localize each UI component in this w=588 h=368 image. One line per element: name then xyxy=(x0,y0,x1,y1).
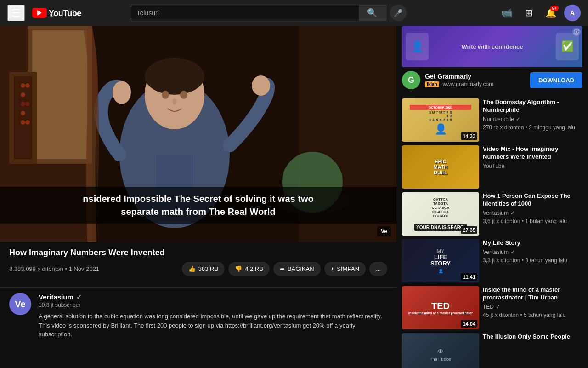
rec-video-doomsday[interactable]: OCTOBER 2021 SMTWTFS 12 3456789 👤 14.33 … xyxy=(402,98,582,142)
svg-point-16 xyxy=(180,91,187,99)
verified-dna: ✓ xyxy=(510,210,515,216)
svg-point-23 xyxy=(21,83,25,88)
save-button[interactable]: + SIMPAN xyxy=(324,262,366,276)
save-label: SIMPAN xyxy=(337,265,359,272)
channel-subscribers: 10,8 jt subscriber xyxy=(39,302,387,308)
channel-name: Veritasium xyxy=(39,293,74,301)
rec-info-mylife: My Life Story Veritasium ✓ 3,3 jt x dito… xyxy=(483,239,582,282)
rec-video-dna[interactable]: GATTCATAGGTACCTASCACGAT CACGGATC YOUR DN… xyxy=(402,192,582,236)
ad-url-row: Iklan www.grammarly.com xyxy=(425,80,493,87)
thumbs-down-icon: 👎 xyxy=(235,265,242,272)
ad-badge: Iklan xyxy=(425,81,439,87)
mic-icon: 🎤 xyxy=(394,9,403,17)
video-thumbnail: nsidered Impossible The Secret of solvin… xyxy=(0,26,396,242)
youtube-logo[interactable]: YouTube ID xyxy=(32,8,81,18)
create-button[interactable]: 📹 xyxy=(498,4,516,22)
video-title: How Imaginary Numbers Were Invented xyxy=(9,247,387,258)
dislike-button[interactable]: 👎 4,2 RB xyxy=(228,262,270,276)
mic-button[interactable]: 🎤 xyxy=(390,5,407,21)
rec-video-imaginary[interactable]: EPICMATHDUEL Video Mix - How Imaginary N… xyxy=(402,145,582,189)
verified-mylife: ✓ xyxy=(510,249,515,255)
download-button[interactable]: DOWNLOAD xyxy=(530,72,582,88)
svg-point-24 xyxy=(25,83,30,88)
hamburger-button[interactable] xyxy=(7,5,25,21)
rec-channel-doomsday: Numberphile ✓ xyxy=(483,116,582,122)
rec-info-dna: How 1 Person Can Expose The Identities o… xyxy=(483,192,582,236)
avatar-button[interactable]: A xyxy=(564,5,581,21)
more-button[interactable]: ... xyxy=(369,262,387,276)
verified-badge: ✓ xyxy=(76,293,82,301)
rec-meta-doomsday: 270 rb x ditonton • 2 minggu yang lalu xyxy=(483,124,582,131)
video-watermark: Ve xyxy=(377,226,391,236)
verified-tim: ✓ xyxy=(496,304,500,310)
svg-point-25 xyxy=(21,92,25,97)
rec-title-mylife: My Life Story xyxy=(483,239,582,247)
video-player[interactable]: nsidered Impossible The Secret of solvin… xyxy=(0,26,396,242)
main-content: nsidered Impossible The Secret of solvin… xyxy=(0,26,588,368)
youtube-logo-icon xyxy=(32,8,47,18)
rec-thumbnail-doomsday: OCTOBER 2021 SMTWTFS 12 3456789 👤 14.33 xyxy=(402,98,479,142)
svg-point-18 xyxy=(113,81,131,104)
svg-point-19 xyxy=(252,75,270,96)
ad-section: ⓘ 👤 Write with confidence ✅ G Get Gramma… xyxy=(402,26,582,93)
svg-point-14 xyxy=(145,58,204,95)
ad-bottom-row: G Get Grammarly Iklan www.grammarly.com … xyxy=(402,67,582,93)
channel-avatar[interactable]: Ve xyxy=(9,293,31,315)
subtitle-line2: separate math from The Real World xyxy=(121,207,275,217)
rec-video-tim[interactable]: TED Inside the mind of a master procrast… xyxy=(402,286,582,329)
rec-title-imaginary: Video Mix - How Imaginary Numbers Were I… xyxy=(483,145,582,161)
svg-point-29 xyxy=(21,120,25,125)
ad-info-button[interactable]: ⓘ xyxy=(572,28,581,36)
svg-point-27 xyxy=(25,102,30,106)
rec-title-dna: How 1 Person Can Expose The Identities o… xyxy=(483,192,582,208)
video-section: nsidered Impossible The Secret of solvin… xyxy=(0,26,396,368)
apps-icon: ⊞ xyxy=(525,7,533,18)
rec-title-illusion: The Illusion Only Some People xyxy=(483,333,582,341)
share-icon: ➦ xyxy=(280,265,285,272)
svg-point-26 xyxy=(21,102,25,106)
sidebar: ⓘ 👤 Write with confidence ✅ G Get Gramma… xyxy=(396,26,588,368)
rec-info-doomsday: The Doomsday Algorithm - Numberphile Num… xyxy=(483,98,582,142)
svg-rect-4 xyxy=(32,30,87,159)
rec-thumbnail-dna: GATTCATAGGTACCTASCACGAT CACGGATC YOUR DN… xyxy=(402,192,479,236)
like-button[interactable]: 👍 383 RB xyxy=(182,262,225,276)
channel-section: Ve Veritasium ✓ 10,8 jt subscriber A gen… xyxy=(0,287,396,345)
thumbs-up-icon: 👍 xyxy=(188,265,196,272)
rec-duration-mylife: 11.41 xyxy=(461,273,477,281)
rec-duration-dna: 27.35 xyxy=(461,226,477,234)
logo-id: ID xyxy=(50,13,81,17)
apps-button[interactable]: ⊞ xyxy=(520,4,538,22)
rec-info-tim: Inside the mind of a master procrastinat… xyxy=(483,286,582,329)
rec-duration-tim: 14.04 xyxy=(461,320,477,328)
rec-meta-mylife: 3,3 jt x ditonton • 3 tahun yang lalu xyxy=(483,257,582,264)
rec-info-imaginary: Video Mix - How Imaginary Numbers Were I… xyxy=(483,145,582,189)
channel-name-row[interactable]: Veritasium ✓ xyxy=(39,293,387,301)
more-icon: ... xyxy=(376,265,381,272)
search-input[interactable] xyxy=(131,5,359,21)
rec-meta-dna: 3,6 jt x ditonton • 1 bulan yang lalu xyxy=(483,218,582,224)
create-icon: 📹 xyxy=(501,7,513,18)
action-buttons: 👍 383 RB 👎 4,2 RB ➦ BAGIKAN + SIMPAN xyxy=(182,262,387,276)
share-label: BAGIKAN xyxy=(288,265,314,272)
rec-thumbnail-illusion: 👁 The Illusion xyxy=(402,333,479,368)
rec-info-illusion: The Illusion Only Some People xyxy=(483,333,582,368)
svg-point-17 xyxy=(172,98,177,105)
subtitle-bar: nsidered Impossible The Secret of solvin… xyxy=(0,187,396,224)
svg-point-15 xyxy=(162,91,169,99)
channel-info: Veritasium ✓ 10,8 jt subscriber A genera… xyxy=(39,293,387,339)
ad-url: www.grammarly.com xyxy=(443,81,493,87)
rec-video-illusion[interactable]: 👁 The Illusion The Illusion Only Some Pe… xyxy=(402,333,582,368)
dislike-count: 4,2 RB xyxy=(245,265,263,272)
ad-title: Get Grammarly xyxy=(425,73,493,80)
rec-channel-mylife: Veritasium ✓ xyxy=(483,249,582,255)
video-meta-row: 8.383.099 x ditonton • 1 Nov 2021 👍 383 … xyxy=(9,262,387,276)
rec-thumbnail-tim: TED Inside the mind of a master procrast… xyxy=(402,286,479,329)
svg-rect-22 xyxy=(14,76,32,159)
search-button[interactable]: 🔍 xyxy=(359,5,386,21)
grammarly-icon: G xyxy=(402,71,420,89)
search-area: 🔍 🎤 xyxy=(131,5,407,21)
share-button[interactable]: ➦ BAGIKAN xyxy=(273,262,321,276)
notification-button[interactable]: 🔔 9+ xyxy=(542,4,560,22)
rec-title-doomsday: The Doomsday Algorithm - Numberphile xyxy=(483,98,582,114)
rec-video-mylife[interactable]: MY LIFESTORY 👤 11.41 My Life Story Verit… xyxy=(402,239,582,282)
